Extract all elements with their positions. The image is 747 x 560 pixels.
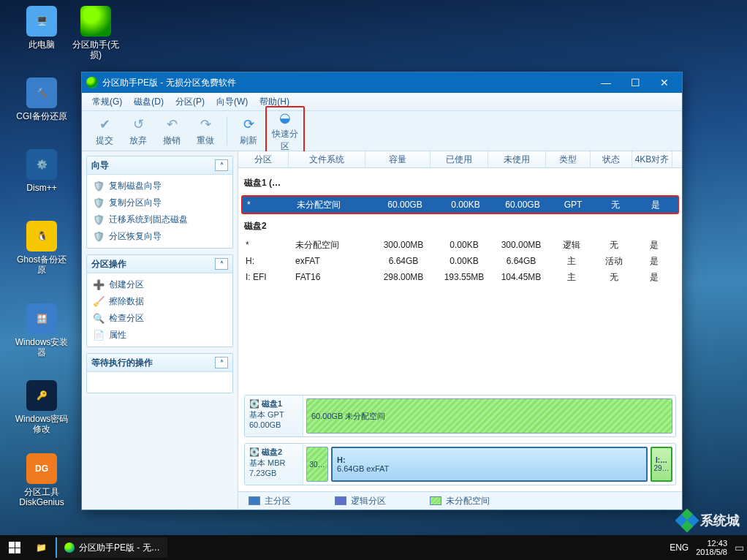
desktop-icon-ghost[interactable]: 🐧Ghost备份还原	[15, 221, 69, 275]
legend-primary-icon	[249, 496, 260, 505]
tool-commit[interactable]: ✔提交	[88, 116, 121, 147]
table-row[interactable]: * 未分配空间 300.00MB 0.00KB 300.00MB 逻辑 无 是	[241, 237, 679, 253]
app-icon	[86, 77, 98, 88]
disk1-map[interactable]: 💽 磁盘1 基本 GPT60.00GB 60.00GB 未分配空间	[244, 395, 676, 437]
panel-ops-header[interactable]: 分区操作˄	[87, 255, 232, 273]
desktop-icon-computer[interactable]: 🖥️此电脑	[15, 6, 69, 50]
col-fs[interactable]: 文件系统	[289, 151, 365, 167]
col-capacity[interactable]: 容量	[365, 151, 431, 167]
wizard-copy-partition[interactable]: 🛡️复制分区向导	[87, 194, 232, 211]
col-align[interactable]: 4KB对齐	[632, 151, 672, 167]
disk2-label[interactable]: 磁盘2	[241, 216, 679, 237]
taskbar-explorer[interactable]: 📁	[29, 535, 53, 560]
tool-undo[interactable]: ↶撤销	[155, 116, 189, 147]
table-header: 分区 文件系统 容量 已使用 未使用 类型 状态 4KB对齐	[238, 151, 682, 168]
panel-pending-header[interactable]: 等待执行的操作˄	[87, 354, 232, 372]
main-panel: 分区 文件系统 容量 已使用 未使用 类型 状态 4KB对齐 磁盘1 (… * …	[238, 151, 682, 510]
window-title: 分区助手PE版 - 无损分区免费软件	[102, 77, 591, 89]
shield-icon: 🛡️	[93, 231, 105, 243]
minimize-button[interactable]: —	[591, 72, 621, 93]
taskbar-app[interactable]: 分区助手PE版 - 无…	[56, 537, 167, 558]
shield-icon: 🛡️	[93, 197, 105, 209]
table-row[interactable]: I: EFI FAT16 298.00MB 193.55MB 104.45MB …	[241, 269, 679, 285]
col-status[interactable]: 状态	[591, 151, 632, 167]
menu-partition[interactable]: 分区(P)	[170, 93, 211, 110]
op-create-partition[interactable]: ➕创建分区	[87, 276, 232, 293]
col-type[interactable]: 类型	[546, 151, 591, 167]
titlebar[interactable]: 分区助手PE版 - 无损分区免费软件 — ☐ ✕	[82, 72, 682, 93]
desktop-icon-partition-assistant[interactable]: 分区助手(无损)	[69, 6, 123, 60]
table-row[interactable]: H: exFAT 6.64GB 0.00KB 6.64GB 主 活动 是	[241, 253, 679, 269]
app-icon	[64, 542, 75, 553]
col-partition[interactable]: 分区	[238, 151, 289, 167]
desktop-icon-password[interactable]: 🔑Windows密码修改	[15, 380, 69, 434]
op-properties[interactable]: 📄属性	[87, 327, 232, 344]
system-tray: ENG 12:432018/5/8 ▭	[670, 535, 747, 560]
close-button[interactable]: ✕	[650, 72, 682, 93]
highlight-box: ◒快速分区	[265, 106, 305, 156]
wizard-migrate-ssd[interactable]: 🛡️迁移系统到固态磁盘	[87, 211, 232, 228]
menu-general[interactable]: 常规(G)	[86, 93, 128, 110]
tool-refresh[interactable]: ⟳刷新	[232, 116, 265, 147]
refresh-icon: ⟳	[240, 116, 257, 133]
disk2-map-info: 💽 磁盘2 基本 MBR7.23GB	[245, 444, 303, 485]
desktop-icon-dism[interactable]: ⚙️Dism++	[15, 149, 69, 193]
table-row[interactable]: * 未分配空间 60.00GB 0.00KB 60.00GB GPT 无 是	[243, 197, 678, 213]
disk1-map-info: 💽 磁盘1 基本 GPT60.00GB	[245, 396, 303, 436]
disk1-label[interactable]: 磁盘1 (…	[241, 173, 679, 194]
collapse-icon[interactable]: ˄	[215, 357, 228, 368]
disk2-map[interactable]: 💽 磁盘2 基本 MBR7.23GB 30… H:6.64GB exFAT I:…	[244, 443, 676, 485]
collapse-icon[interactable]: ˄	[215, 159, 228, 171]
toolbar: ✔提交 ↺放弃 ↶撤销 ↷重做 ⟳刷新 ◒快速分区	[82, 111, 682, 151]
legend-logical-icon	[335, 496, 346, 505]
erase-icon: 🧹	[93, 296, 105, 308]
check-icon: ✔	[96, 116, 113, 133]
shield-icon: 🛡️	[93, 181, 105, 192]
tool-redo[interactable]: ↷重做	[189, 116, 222, 147]
search-icon: 🔍	[93, 313, 105, 325]
maximize-button[interactable]: ☐	[621, 72, 650, 93]
start-button[interactable]	[0, 535, 29, 560]
windows-icon	[9, 542, 20, 553]
wizard-copy-disk[interactable]: 🛡️复制磁盘向导	[87, 178, 232, 194]
desktop-icon-cgi-backup[interactable]: 🔨CGI备份还原	[15, 77, 69, 121]
taskbar: 📁 分区助手PE版 - 无… ENG 12:432018/5/8 ▭	[0, 535, 747, 560]
col-used[interactable]: 已使用	[431, 151, 488, 167]
op-check[interactable]: 🔍检查分区	[87, 310, 232, 327]
tool-quick-partition[interactable]: ◒快速分区	[268, 109, 302, 153]
sidebar: 向导˄ 🛡️复制磁盘向导 🛡️复制分区向导 🛡️迁移系统到固态磁盘 🛡️分区恢复…	[82, 151, 238, 510]
col-free[interactable]: 未使用	[488, 151, 546, 167]
disk1-unallocated-segment[interactable]: 60.00GB 未分配空间	[306, 398, 672, 434]
menu-bar: 常规(G) 磁盘(D) 分区(P) 向导(W) 帮助(H)	[82, 93, 682, 111]
panel-ops: 分区操作˄ ➕创建分区 🧹擦除数据 🔍检查分区 📄属性	[86, 254, 233, 347]
plus-icon: ➕	[93, 279, 105, 291]
collapse-icon[interactable]: ˄	[215, 258, 228, 270]
desktop-icon-diskgenius[interactable]: DG分区工具DiskGenius	[15, 453, 69, 507]
quick-partition-icon: ◒	[276, 109, 294, 126]
watermark: 系统城	[677, 510, 740, 531]
toolbar-separator	[227, 116, 227, 145]
wizard-recover-partition[interactable]: 🛡️分区恢复向导	[87, 228, 232, 245]
redo-icon: ↷	[197, 116, 214, 133]
tray-ime[interactable]: ENG	[670, 542, 689, 553]
op-wipe[interactable]: 🧹擦除数据	[87, 293, 232, 310]
discard-icon: ↺	[129, 116, 147, 133]
menu-wizard[interactable]: 向导(W)	[211, 93, 254, 110]
legend: 主分区 逻辑分区 未分配空间	[238, 491, 682, 510]
disk2-i-segment[interactable]: I:…29…	[651, 447, 672, 482]
panel-wizard-header[interactable]: 向导˄	[87, 156, 232, 175]
selection-highlight: * 未分配空间 60.00GB 0.00KB 60.00GB GPT 无 是	[241, 195, 679, 214]
page-icon: 📄	[93, 330, 105, 341]
tray-notifications-icon[interactable]: ▭	[735, 542, 744, 553]
shield-icon: 🛡️	[93, 214, 105, 226]
panel-wizard: 向导˄ 🛡️复制磁盘向导 🛡️复制分区向导 🛡️迁移系统到固态磁盘 🛡️分区恢复…	[86, 156, 233, 249]
panel-pending: 等待执行的操作˄	[86, 353, 233, 393]
app-window: 分区助手PE版 - 无损分区免费软件 — ☐ ✕ 常规(G) 磁盘(D) 分区(…	[81, 72, 683, 510]
menu-disk[interactable]: 磁盘(D)	[128, 93, 170, 110]
disk2-unallocated-segment[interactable]: 30…	[306, 447, 328, 482]
tray-clock[interactable]: 12:432018/5/8	[696, 539, 727, 556]
desktop-icon-win-installer[interactable]: 🪟Windows安装器	[15, 303, 69, 357]
tool-discard[interactable]: ↺放弃	[121, 116, 155, 147]
disk2-h-segment[interactable]: H:6.64GB exFAT	[331, 447, 648, 482]
legend-unalloc-icon	[430, 496, 441, 505]
